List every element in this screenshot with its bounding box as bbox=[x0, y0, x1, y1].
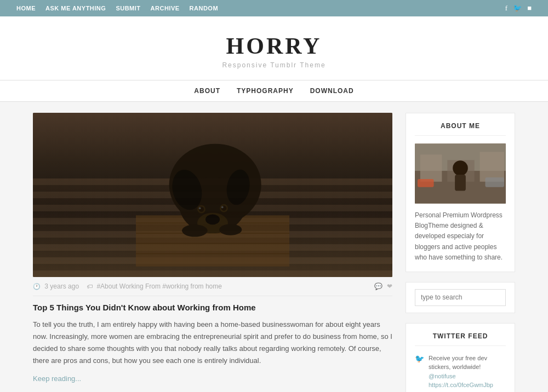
social-icons: f 🐦 ■ bbox=[505, 4, 532, 13]
site-subtitle: Responsive Tumblr Theme bbox=[0, 61, 548, 69]
main-content: 3 years ago #About Working From #working… bbox=[33, 113, 392, 392]
twitter-widget: TWITTER FEED 🐦 Receive your free dev sti… bbox=[406, 323, 515, 392]
instagram-icon[interactable]: ■ bbox=[527, 4, 532, 13]
facebook-icon[interactable]: f bbox=[505, 4, 507, 13]
post-time: 3 years ago bbox=[33, 283, 79, 290]
about-description: Personal Premium Wordpress BlogTheme des… bbox=[415, 210, 506, 263]
post-body: To tell you the truth, I am entirely hap… bbox=[33, 319, 392, 367]
meta-left: 3 years ago #About Working From #working… bbox=[33, 283, 222, 290]
svg-rect-25 bbox=[455, 175, 466, 191]
svg-point-17 bbox=[182, 224, 208, 237]
twitter-title: TWITTER FEED bbox=[415, 332, 506, 346]
svg-rect-22 bbox=[480, 152, 504, 181]
nav-random[interactable]: RANDOM bbox=[190, 5, 219, 11]
clock-icon bbox=[33, 283, 43, 290]
blog-post: 3 years ago #About Working From #working… bbox=[33, 113, 392, 383]
search-input[interactable] bbox=[415, 290, 506, 305]
post-image bbox=[33, 113, 392, 277]
search-form: 🔍 bbox=[415, 289, 506, 306]
search-widget: 🔍 bbox=[406, 282, 515, 313]
subnav-typography[interactable]: TYPHOGRAPHY bbox=[237, 87, 294, 95]
tweet-item-1: 🐦 Receive your free dev stickers, worldw… bbox=[415, 354, 506, 390]
like-icon[interactable]: ❤ bbox=[387, 283, 392, 290]
nav-archive[interactable]: ARCHIVE bbox=[151, 5, 180, 11]
tweet-text-1: Receive your free dev stickers, worldwid… bbox=[429, 354, 506, 390]
sub-navigation: ABOUT TYPHOGRAPHY DOWNLOAD bbox=[0, 80, 548, 102]
dog-photo bbox=[33, 113, 392, 277]
post-meta: 3 years ago #About Working From #working… bbox=[33, 277, 392, 296]
about-widget: ABOUT ME Personal Pre bbox=[406, 113, 515, 272]
about-title: ABOUT ME bbox=[415, 122, 506, 136]
subnav-download[interactable]: DOWNLOAD bbox=[310, 87, 354, 95]
svg-point-13 bbox=[199, 207, 201, 209]
svg-rect-27 bbox=[485, 177, 504, 187]
about-image bbox=[415, 143, 506, 204]
site-title: HORRY bbox=[0, 33, 548, 59]
twitter-icon[interactable]: 🐦 bbox=[513, 4, 522, 13]
svg-point-10 bbox=[206, 214, 220, 224]
nav-ask[interactable]: ASK ME ANYTHING bbox=[45, 5, 106, 11]
site-header: HORRY Responsive Tumblr Theme bbox=[0, 16, 548, 80]
main-container: 3 years ago #About Working From #working… bbox=[22, 113, 526, 392]
top-navigation: HOME ASK ME ANYTHING SUBMIT ARCHIVE RAND… bbox=[0, 0, 548, 16]
subnav-about[interactable]: ABOUT bbox=[194, 87, 220, 95]
nav-links: HOME ASK ME ANYTHING SUBMIT ARCHIVE RAND… bbox=[16, 5, 218, 11]
meta-right: 💬 ❤ bbox=[374, 283, 392, 290]
svg-rect-21 bbox=[420, 154, 442, 181]
svg-point-16 bbox=[221, 206, 224, 209]
svg-point-18 bbox=[219, 224, 242, 235]
tag-icon bbox=[87, 283, 95, 290]
nav-submit[interactable]: SUBMIT bbox=[116, 5, 140, 11]
post-tags: #About Working From #working from home bbox=[87, 283, 222, 290]
svg-rect-26 bbox=[418, 179, 434, 187]
read-more-link[interactable]: Keep reading... bbox=[33, 374, 81, 383]
sidebar: ABOUT ME Personal Pre bbox=[406, 113, 515, 392]
comment-icon[interactable]: 💬 bbox=[374, 283, 383, 290]
svg-point-24 bbox=[453, 160, 468, 176]
tweet-mention-1[interactable]: @notifuse bbox=[429, 373, 456, 379]
twitter-bird-icon-1: 🐦 bbox=[415, 354, 424, 364]
tweet-link-1[interactable]: https://t.co/0fceGwmJbp bbox=[429, 382, 493, 388]
post-title: Top 5 Things You Didn't Know about Worki… bbox=[33, 303, 392, 312]
nav-home[interactable]: HOME bbox=[16, 5, 36, 11]
